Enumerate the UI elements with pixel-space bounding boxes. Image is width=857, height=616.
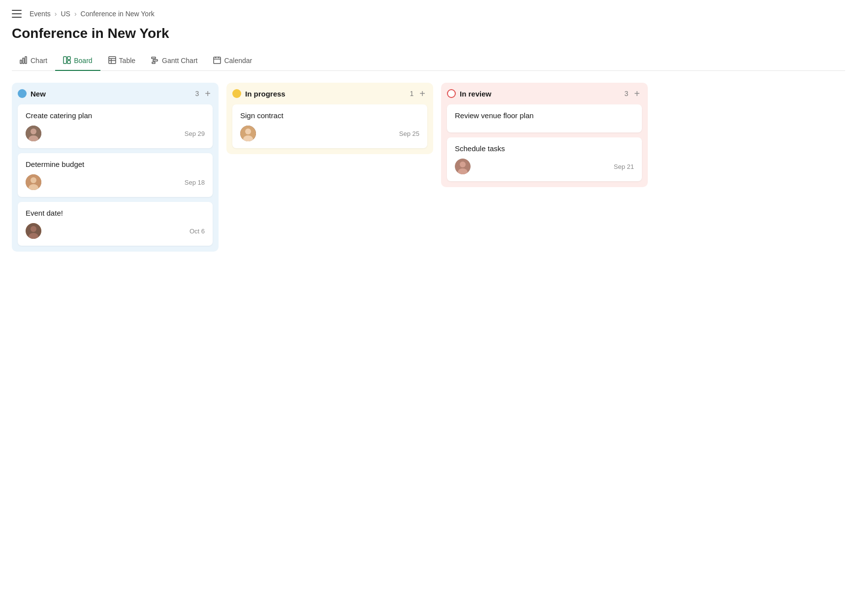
task-card-t4[interactable]: Sign contract Sep 25: [232, 104, 427, 148]
task-card-t1[interactable]: Create catering plan Sep 29: [18, 104, 213, 148]
task-date-t1: Sep 29: [185, 130, 205, 137]
breadcrumb-sep-1: ›: [55, 10, 57, 18]
board-icon: [63, 56, 71, 65]
svg-point-24: [31, 226, 36, 232]
task-date-t4: Sep 25: [399, 130, 419, 137]
tab-calendar-label: Calendar: [224, 57, 252, 65]
avatar-t2: [26, 174, 41, 190]
svg-point-21: [31, 177, 36, 183]
chart-icon: [20, 56, 28, 65]
task-footer-t6: Sep 21: [455, 159, 634, 174]
task-date-t6: Sep 21: [614, 163, 634, 170]
column-inreview: In review 3 + Review venue floor plan Sc…: [441, 83, 648, 187]
task-title-t2: Determine budget: [26, 160, 205, 168]
column-inreview-header: In review 3 +: [447, 89, 642, 98]
svg-point-27: [245, 129, 251, 134]
column-new: New 3 + Create catering plan Sep 29 Dete…: [12, 83, 219, 252]
tab-gantt[interactable]: Gantt Chart: [143, 51, 205, 71]
column-inreview-add-button[interactable]: +: [632, 89, 642, 98]
task-card-t3[interactable]: Event date! Oct 6: [18, 202, 213, 246]
tab-calendar[interactable]: Calendar: [205, 51, 260, 71]
task-footer-t1: Sep 29: [26, 126, 205, 141]
task-card-t6[interactable]: Schedule tasks Sep 21: [447, 137, 642, 181]
task-title-t5: Review venue floor plan: [455, 111, 634, 120]
avatar-t6: [455, 159, 471, 174]
svg-rect-2: [25, 57, 27, 64]
tab-board[interactable]: Board: [55, 51, 100, 71]
page-title: Conference in New York: [12, 26, 845, 41]
svg-point-30: [460, 162, 466, 167]
breadcrumb-sep-2: ›: [74, 10, 77, 18]
task-footer-t3: Oct 6: [26, 223, 205, 239]
breadcrumb: Events › US › Conference in New York: [12, 10, 845, 18]
board: New 3 + Create catering plan Sep 29 Dete…: [12, 83, 845, 252]
gantt-icon: [151, 56, 159, 65]
tabs-nav: Chart Board Table: [12, 51, 845, 71]
column-inprogress-count: 1: [410, 90, 414, 97]
tab-chart[interactable]: Chart: [12, 51, 55, 71]
avatar-t1: [26, 126, 41, 141]
svg-rect-13: [214, 57, 221, 64]
task-card-t5[interactable]: Review venue floor plan: [447, 104, 642, 132]
column-inreview-title: In review: [460, 90, 621, 98]
tab-table[interactable]: Table: [100, 51, 143, 71]
column-inprogress-title: In progress: [245, 90, 406, 98]
status-dot-new: [18, 89, 27, 98]
tab-gantt-label: Gantt Chart: [162, 57, 197, 65]
column-inprogress-header: In progress 1 +: [232, 89, 427, 98]
breadcrumb-events[interactable]: Events: [30, 10, 51, 18]
svg-rect-6: [109, 57, 116, 64]
column-new-title: New: [31, 90, 191, 98]
tab-table-label: Table: [119, 57, 135, 65]
task-footer-t2: Sep 18: [26, 174, 205, 190]
svg-rect-4: [67, 57, 70, 60]
calendar-icon: [213, 56, 221, 65]
svg-rect-5: [67, 61, 70, 64]
svg-rect-10: [152, 57, 156, 59]
svg-point-18: [31, 129, 36, 134]
svg-rect-3: [63, 57, 66, 64]
svg-rect-1: [23, 58, 24, 64]
column-inreview-count: 3: [625, 90, 629, 97]
task-card-t2[interactable]: Determine budget Sep 18: [18, 153, 213, 197]
column-inprogress: In progress 1 + Sign contract Sep 25: [226, 83, 433, 154]
svg-rect-0: [20, 60, 22, 64]
column-inprogress-add-button[interactable]: +: [417, 89, 427, 98]
task-date-t3: Oct 6: [190, 227, 205, 235]
task-title-t4: Sign contract: [240, 111, 419, 120]
svg-rect-12: [152, 62, 155, 64]
task-title-t1: Create catering plan: [26, 111, 205, 120]
tab-chart-label: Chart: [31, 57, 47, 65]
status-dot-inprogress: [232, 89, 241, 98]
breadcrumb-us[interactable]: US: [61, 10, 70, 18]
status-dot-inreview: [447, 89, 456, 98]
tab-board-label: Board: [74, 57, 92, 65]
task-title-t3: Event date!: [26, 209, 205, 217]
column-new-add-button[interactable]: +: [203, 89, 213, 98]
avatar-t3: [26, 223, 41, 239]
task-title-t6: Schedule tasks: [455, 144, 634, 153]
column-new-count: 3: [195, 90, 199, 97]
menu-icon[interactable]: [12, 10, 22, 18]
table-icon: [108, 56, 116, 65]
task-footer-t4: Sep 25: [240, 126, 419, 141]
column-new-header: New 3 +: [18, 89, 213, 98]
avatar-t4: [240, 126, 256, 141]
breadcrumb-current: Conference in New York: [81, 10, 155, 18]
task-date-t2: Sep 18: [185, 179, 205, 186]
svg-rect-11: [153, 60, 158, 61]
